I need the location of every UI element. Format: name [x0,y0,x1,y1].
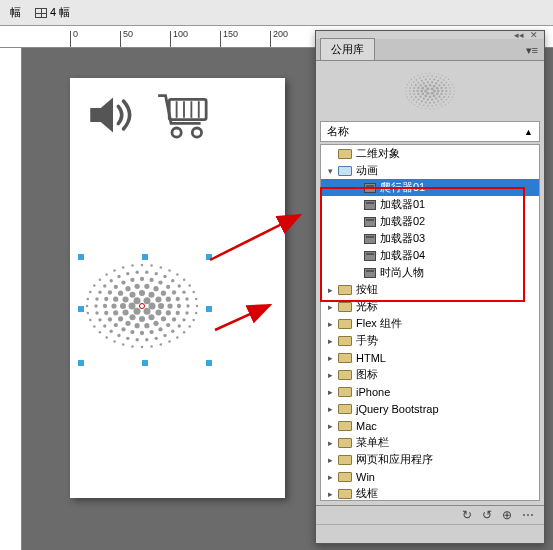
twisty-icon[interactable]: ▸ [325,404,336,414]
svg-point-185 [415,84,417,86]
library-item-clip[interactable]: 加载器04 [321,247,539,264]
selection-handle[interactable] [142,360,148,366]
svg-point-244 [406,87,407,88]
twisty-icon[interactable]: ▸ [325,319,336,329]
library-item-folder[interactable]: ▸Win [321,468,539,485]
footer-action-icon[interactable]: ↺ [482,508,492,522]
svg-point-109 [113,340,116,343]
svg-point-13 [158,303,164,309]
movieclip-icon [364,217,376,227]
twisty-icon[interactable]: ▾ [325,166,336,176]
twisty-icon[interactable]: ▸ [325,353,336,363]
item-label: 爬行器01 [380,180,425,195]
svg-point-187 [421,80,423,82]
svg-point-81 [95,311,98,314]
library-item-folder[interactable]: ▸iPhone [321,383,539,400]
svg-point-85 [103,284,106,287]
library-preview [316,61,544,121]
library-item-folder[interactable]: ▸Mac [321,417,539,434]
selection-handle[interactable] [78,306,84,312]
tab-common-library[interactable]: 公用库 [320,38,375,60]
svg-point-42 [166,297,171,302]
svg-point-95 [182,290,185,293]
selection-handle[interactable] [206,360,212,366]
selection-handle[interactable] [206,254,212,260]
svg-point-117 [89,291,92,294]
library-item-folder[interactable]: ▸线框 [321,485,539,501]
footer-action-icon[interactable]: ⊕ [502,508,512,522]
library-item-clip[interactable]: 时尚人物 [321,264,539,281]
panel-menu-icon[interactable]: ▾≡ [520,41,544,60]
twisty-icon[interactable]: ▸ [325,455,336,465]
library-item-folder[interactable]: ▸菜单栏 [321,434,539,451]
selection-handle[interactable] [78,360,84,366]
svg-point-38 [135,284,140,289]
svg-point-209 [409,93,410,94]
svg-point-199 [443,101,444,102]
twisty-icon[interactable]: ▸ [325,489,336,499]
selection-handle[interactable] [78,254,84,260]
svg-point-45 [172,317,176,321]
svg-point-158 [427,99,429,101]
svg-point-57 [108,290,112,294]
library-item-folder[interactable]: ▸jQuery Bootstrap [321,400,539,417]
svg-point-210 [409,90,410,91]
library-item-folder[interactable]: ▸手势 [321,332,539,349]
grid-frames-button[interactable]: 4 幅 [31,3,74,22]
twisty-icon[interactable]: ▸ [325,387,336,397]
movieclip-icon [364,183,376,193]
library-item-folder[interactable]: ▸图标 [321,366,539,383]
artboard[interactable] [70,78,285,498]
footer-action-icon[interactable]: ↻ [462,508,472,522]
svg-point-123 [131,264,134,267]
svg-point-252 [429,72,430,73]
library-item-folder[interactable]: ▸按钮 [321,281,539,298]
twisty-icon[interactable]: ▸ [325,336,336,346]
svg-point-83 [95,297,98,300]
sort-icon[interactable]: ▲ [524,127,533,137]
library-item-folder[interactable]: ▸HTML [321,349,539,366]
library-item-clip[interactable]: 加载器01 [321,196,539,213]
twisty-icon[interactable]: ▸ [325,421,336,431]
folder-icon [338,438,352,448]
library-item-folder[interactable]: 二维对象 [321,145,539,162]
svg-point-94 [178,284,181,287]
library-item-clip[interactable]: 加载器03 [321,230,539,247]
library-item-clip[interactable]: 加载器02 [321,213,539,230]
speaker-icon[interactable] [86,94,140,136]
svg-point-21 [129,292,135,298]
svg-point-226 [453,94,454,95]
twisty-icon[interactable]: ▸ [325,285,336,295]
frames-button[interactable]: 幅 [6,3,25,22]
twisty-icon[interactable]: ▸ [325,302,336,312]
svg-point-256 [445,77,446,78]
svg-point-30 [135,323,140,328]
library-column-header[interactable]: 名称▲ [320,121,540,142]
svg-point-70 [178,324,181,327]
selection-handle[interactable] [142,254,148,260]
item-label: 线框 [356,486,378,501]
svg-point-221 [443,79,444,80]
twisty-icon[interactable]: ▸ [325,370,336,380]
svg-point-43 [177,304,181,308]
svg-point-103 [168,340,171,343]
library-item-clip[interactable]: 爬行器01 [321,179,539,196]
svg-point-147 [420,90,423,93]
twisty-icon[interactable]: ▸ [325,472,336,482]
footer-action-icon[interactable]: ⋯ [522,508,534,522]
svg-point-223 [448,84,449,85]
library-item-folder[interactable]: ▸Flex 组件 [321,315,539,332]
library-tree[interactable]: 二维对象▾动画爬行器01加载器01加载器02加载器03加载器04时尚人物▸按钮▸… [320,144,540,501]
svg-point-19 [120,303,126,309]
svg-point-20 [122,296,128,302]
selection-handle[interactable] [206,306,212,312]
library-item-folder[interactable]: ▾动画 [321,162,539,179]
cart-icon[interactable] [156,92,212,140]
movieclip-icon [364,268,376,278]
twisty-icon[interactable]: ▸ [325,438,336,448]
svg-point-61 [140,277,144,281]
dotted-globe-preloader[interactable] [82,256,202,356]
library-item-folder[interactable]: ▸光标 [321,298,539,315]
svg-point-135 [433,89,436,92]
library-item-folder[interactable]: ▸网页和应用程序 [321,451,539,468]
